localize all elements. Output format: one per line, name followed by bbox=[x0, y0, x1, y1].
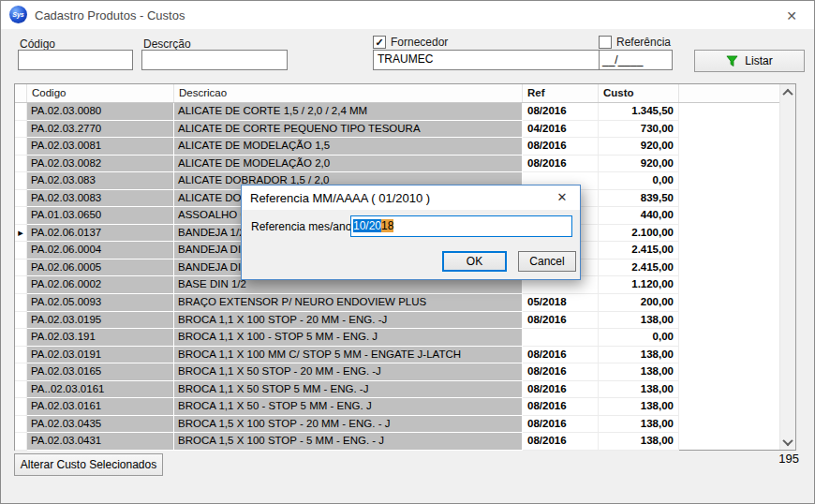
current-row-arrow-icon: ▸ bbox=[18, 227, 23, 238]
row-descricao[interactable]: BROCA 1,1 X 50 - STOP 5 MM - ENG. J bbox=[174, 398, 523, 416]
row-codigo[interactable]: PA.02.03.191 bbox=[27, 329, 174, 347]
row-custo[interactable]: 1.120,00 bbox=[599, 276, 679, 294]
table-row[interactable]: PA.02.03.0161BROCA 1,1 X 50 - STOP 5 MM … bbox=[15, 398, 795, 416]
row-custo[interactable]: 730,00 bbox=[599, 121, 679, 139]
table-row[interactable]: PA.02.05.0093BRAÇO EXTENSOR P/ NEURO END… bbox=[15, 294, 795, 312]
row-descricao[interactable]: BROCA 1,5 X 100 STOP - 20 MM - ENG. - J bbox=[174, 416, 523, 434]
row-codigo[interactable]: PA.02.03.0080 bbox=[27, 103, 174, 121]
table-row[interactable]: PA.02.03.2770ALICATE DE CORTE PEQUENO TI… bbox=[15, 121, 795, 139]
row-custo[interactable]: 2.100,00 bbox=[599, 225, 679, 243]
referencia-mes-ano-input[interactable]: 10/2018 bbox=[350, 215, 572, 237]
listar-button[interactable]: Listar bbox=[694, 50, 805, 72]
row-custo[interactable]: 839,50 bbox=[599, 190, 679, 208]
row-descricao[interactable]: ALICATE DE CORTE PEQUENO TIPO TESOURA bbox=[174, 121, 523, 139]
table-row[interactable]: PA.02.03.0082ALICATE DE MODELAÇÃO 2,008/… bbox=[15, 156, 795, 173]
row-codigo[interactable]: PA.02.03.0082 bbox=[27, 156, 174, 173]
table-row[interactable]: PA..02.03.0161BROCA 1,1 X 50 STOP 5 MM -… bbox=[15, 381, 795, 399]
table-row[interactable]: PA.02.03.0165BROCA 1,1 X 50 STOP - 20 MM… bbox=[15, 363, 795, 381]
table-row[interactable]: PA.02.03.0081ALICATE DE MODELAÇÃO 1,508/… bbox=[15, 138, 795, 156]
row-codigo[interactable]: PA.02.03.083 bbox=[27, 172, 174, 190]
alterar-custo-button[interactable]: Alterar Custo Selecionados bbox=[14, 453, 163, 476]
row-ref[interactable]: 08/2016 bbox=[523, 363, 599, 381]
row-descricao[interactable]: ALICATE DE MODELAÇÃO 1,5 bbox=[174, 138, 523, 156]
row-custo[interactable]: 138,00 bbox=[599, 312, 679, 330]
row-ref[interactable]: 08/2016 bbox=[523, 347, 599, 364]
row-codigo[interactable]: PA..02.03.0161 bbox=[27, 381, 174, 399]
referencia-mask-input[interactable]: __/____ bbox=[599, 50, 673, 70]
row-codigo[interactable]: PA.02.03.0191 bbox=[27, 347, 174, 364]
row-codigo[interactable]: PA.02.03.0431 bbox=[27, 433, 174, 451]
row-ref[interactable]: 08/2016 bbox=[523, 416, 599, 434]
row-ref[interactable]: 08/2016 bbox=[523, 398, 599, 416]
referencia-checkbox[interactable] bbox=[599, 36, 612, 49]
window-close-icon[interactable]: ✕ bbox=[782, 7, 801, 24]
row-ref[interactable]: 08/2016 bbox=[523, 381, 599, 399]
row-custo[interactable]: 2.415,00 bbox=[599, 242, 679, 259]
row-codigo[interactable]: PA.02.03.2770 bbox=[27, 121, 174, 139]
row-ref[interactable]: 08/2016 bbox=[523, 103, 599, 121]
descricao-input[interactable] bbox=[141, 50, 288, 70]
row-codigo[interactable]: PA.02.06.0005 bbox=[27, 259, 174, 277]
row-custo[interactable]: 138,00 bbox=[599, 433, 679, 451]
row-codigo[interactable]: PA.02.03.0435 bbox=[27, 416, 174, 434]
row-codigo[interactable]: PA.02.06.0004 bbox=[27, 242, 174, 259]
row-ref[interactable]: 04/2016 bbox=[523, 121, 599, 139]
row-descricao[interactable]: BROCA 1,1 X 50 STOP 5 MM - ENG. -J bbox=[174, 381, 523, 399]
row-custo[interactable]: 2.415,00 bbox=[599, 259, 679, 277]
row-ref[interactable]: 08/2016 bbox=[523, 156, 599, 173]
header-descricao[interactable]: Descricao bbox=[174, 84, 523, 102]
table-row[interactable]: PA.02.03.0435BROCA 1,5 X 100 STOP - 20 M… bbox=[15, 416, 795, 434]
row-custo[interactable]: 138,00 bbox=[599, 398, 679, 416]
row-descricao[interactable]: ALICATE DE CORTE 1,5 / 2,0 / 2,4 MM bbox=[174, 103, 523, 121]
row-descricao[interactable]: BROCA 1,5 X 100 STOP - 5 MM - ENG. - J bbox=[174, 433, 523, 451]
row-descricao[interactable]: BROCA 1,1 X 100 MM C/ STOP 5 MM - ENGATE… bbox=[174, 347, 523, 364]
ok-button[interactable]: OK bbox=[442, 251, 507, 272]
row-codigo[interactable]: PA.02.03.0161 bbox=[27, 398, 174, 416]
row-custo[interactable]: 0,00 bbox=[599, 172, 679, 190]
vertical-scrollbar[interactable] bbox=[779, 84, 795, 450]
row-custo[interactable]: 200,00 bbox=[599, 294, 679, 312]
row-codigo[interactable]: PA.01.03.0650 bbox=[27, 207, 174, 225]
header-custo[interactable]: Custo bbox=[599, 84, 679, 102]
row-custo[interactable]: 920,00 bbox=[599, 138, 679, 156]
row-descricao[interactable]: BRAÇO EXTENSOR P/ NEURO ENDOVIEW PLUS bbox=[174, 294, 523, 312]
row-codigo[interactable]: PA.02.06.0137 bbox=[27, 225, 174, 243]
scroll-up-icon[interactable] bbox=[780, 84, 795, 100]
table-row[interactable]: PA.02.03.0195BROCA 1,1 X 100 STOP - 20 M… bbox=[15, 312, 795, 330]
cancel-button[interactable]: Cancel bbox=[518, 251, 576, 272]
table-row[interactable]: PA.02.03.0080ALICATE DE CORTE 1,5 / 2,0 … bbox=[15, 103, 795, 121]
header-codigo[interactable]: Codigo bbox=[27, 84, 174, 102]
row-ref[interactable]: 08/2016 bbox=[523, 312, 599, 330]
scroll-down-icon[interactable] bbox=[780, 434, 795, 450]
row-custo[interactable]: 440,00 bbox=[599, 207, 679, 225]
row-codigo[interactable]: PA.02.03.0195 bbox=[27, 312, 174, 330]
row-ref[interactable] bbox=[523, 329, 599, 347]
row-codigo[interactable]: PA.02.03.0165 bbox=[27, 363, 174, 381]
row-custo[interactable]: 138,00 bbox=[599, 363, 679, 381]
row-ref[interactable]: 05/2018 bbox=[523, 294, 599, 312]
row-ref[interactable]: 08/2016 bbox=[523, 138, 599, 156]
table-row[interactable]: PA.02.03.191BROCA 1,1 X 100 - STOP 5 MM … bbox=[15, 329, 795, 347]
row-custo[interactable]: 138,00 bbox=[599, 416, 679, 434]
row-descricao[interactable]: BROCA 1,1 X 100 STOP - 20 MM - ENG. -J bbox=[174, 312, 523, 330]
row-descricao[interactable]: BROCA 1,1 X 100 - STOP 5 MM - ENG. J bbox=[174, 329, 523, 347]
row-codigo[interactable]: PA.02.03.0081 bbox=[27, 138, 174, 156]
row-codigo[interactable]: PA.02.05.0093 bbox=[27, 294, 174, 312]
row-custo[interactable]: 138,00 bbox=[599, 347, 679, 364]
row-descricao[interactable]: ALICATE DE MODELAÇÃO 2,0 bbox=[174, 156, 523, 173]
table-row[interactable]: PA.02.03.0431BROCA 1,5 X 100 STOP - 5 MM… bbox=[15, 433, 795, 451]
row-indicator bbox=[15, 416, 27, 434]
row-custo[interactable]: 0,00 bbox=[599, 329, 679, 347]
row-ref[interactable]: 08/2016 bbox=[523, 433, 599, 451]
header-ref[interactable]: Ref bbox=[523, 84, 599, 102]
row-custo[interactable]: 1.345,50 bbox=[599, 103, 679, 121]
row-codigo[interactable]: PA.02.03.0083 bbox=[27, 190, 174, 208]
codigo-input[interactable] bbox=[18, 50, 133, 70]
row-custo[interactable]: 920,00 bbox=[599, 156, 679, 173]
table-row[interactable]: PA.02.03.0191BROCA 1,1 X 100 MM C/ STOP … bbox=[15, 347, 795, 364]
fornecedor-checkbox[interactable]: ✓ bbox=[373, 36, 386, 49]
row-custo[interactable]: 138,00 bbox=[599, 381, 679, 399]
dialog-close-icon[interactable]: ✕ bbox=[554, 189, 570, 206]
row-descricao[interactable]: BROCA 1,1 X 50 STOP - 20 MM - ENG. -J bbox=[174, 363, 523, 381]
row-codigo[interactable]: PA.02.06.0002 bbox=[27, 276, 174, 294]
